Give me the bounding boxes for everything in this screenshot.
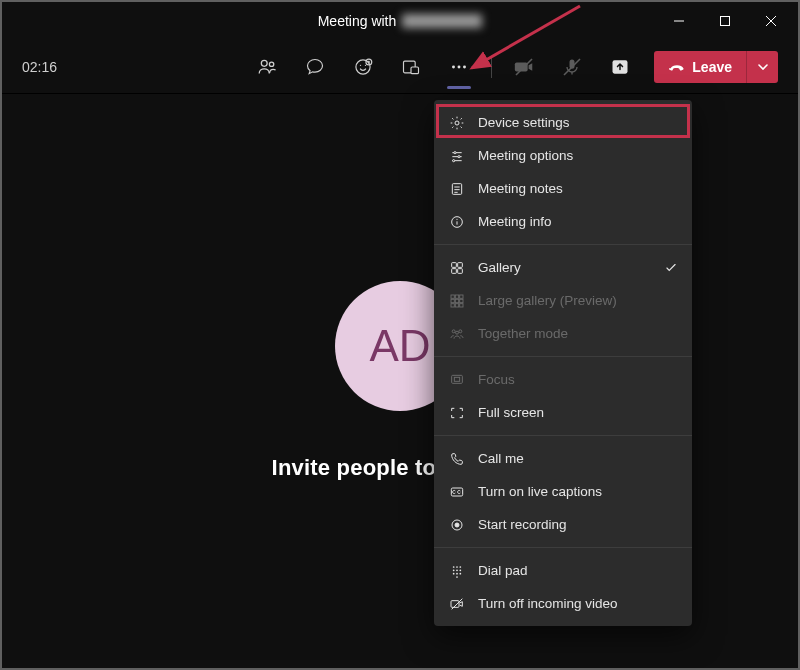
- menu-call-me[interactable]: Call me: [434, 442, 692, 475]
- svg-rect-34: [452, 262, 457, 267]
- svg-point-48: [459, 329, 462, 332]
- svg-point-47: [452, 329, 455, 332]
- menu-item-label: Call me: [478, 451, 524, 466]
- menu-item-label: Turn on live captions: [478, 484, 602, 499]
- share-button[interactable]: [600, 47, 640, 87]
- svg-point-60: [459, 569, 461, 571]
- chat-button[interactable]: [295, 47, 335, 87]
- menu-meeting-info[interactable]: Meeting info: [434, 205, 692, 238]
- menu-separator: [434, 547, 692, 548]
- sliders-icon: [448, 148, 466, 164]
- menu-meeting-options[interactable]: Meeting options: [434, 139, 692, 172]
- menu-item-label: Turn off incoming video: [478, 596, 618, 611]
- together-icon: [448, 326, 466, 342]
- notes-icon: [448, 181, 466, 197]
- svg-rect-50: [452, 375, 463, 383]
- avatar-initials: AD: [369, 321, 430, 371]
- svg-rect-43: [460, 299, 463, 302]
- svg-rect-45: [455, 303, 458, 306]
- people-button[interactable]: [247, 47, 287, 87]
- menu-item-label: Dial pad: [478, 563, 528, 578]
- svg-point-57: [459, 566, 461, 568]
- checkmark-icon: [664, 261, 678, 275]
- phone-icon: [448, 451, 466, 467]
- svg-point-62: [456, 572, 458, 574]
- close-button[interactable]: [748, 2, 794, 40]
- svg-line-18: [564, 59, 580, 75]
- menu-meeting-notes[interactable]: Meeting notes: [434, 172, 692, 205]
- svg-rect-37: [458, 268, 463, 273]
- menu-item-label: Gallery: [478, 260, 521, 275]
- svg-point-13: [458, 65, 461, 68]
- svg-rect-11: [411, 67, 419, 74]
- svg-point-56: [456, 566, 458, 568]
- video-off-icon: [448, 596, 466, 612]
- menu-device-settings[interactable]: Device settings: [434, 106, 692, 139]
- menu-item-label: Meeting options: [478, 148, 573, 163]
- svg-point-24: [458, 155, 460, 157]
- mic-button[interactable]: [552, 47, 592, 87]
- title-participant-redacted: [402, 14, 482, 28]
- svg-point-5: [270, 62, 274, 66]
- leave-dropdown-button[interactable]: [746, 51, 778, 83]
- menu-item-label: Focus: [478, 372, 515, 387]
- svg-rect-36: [452, 268, 457, 273]
- menu-gallery[interactable]: Gallery: [434, 251, 692, 284]
- svg-point-63: [459, 572, 461, 574]
- svg-point-49: [456, 331, 459, 334]
- svg-point-59: [456, 569, 458, 571]
- rooms-button[interactable]: [391, 47, 431, 87]
- maximize-button[interactable]: [702, 2, 748, 40]
- svg-rect-41: [451, 299, 454, 302]
- svg-line-15: [516, 59, 532, 75]
- menu-live-captions[interactable]: Turn on live captions: [434, 475, 692, 508]
- menu-focus: Focus: [434, 363, 692, 396]
- menu-separator: [434, 244, 692, 245]
- menu-together-mode: Together mode: [434, 317, 692, 350]
- menu-item-label: Together mode: [478, 326, 568, 341]
- title-prefix: Meeting with: [318, 13, 397, 29]
- svg-point-14: [463, 65, 466, 68]
- svg-rect-35: [458, 262, 463, 267]
- gallery-icon: [448, 260, 466, 276]
- more-actions-underline: [447, 86, 471, 89]
- leave-button-group: Leave: [654, 51, 778, 83]
- svg-point-54: [455, 523, 459, 527]
- svg-point-4: [262, 60, 268, 66]
- svg-point-26: [453, 159, 455, 161]
- svg-point-58: [453, 569, 455, 571]
- camera-button[interactable]: [504, 47, 544, 87]
- svg-rect-1: [721, 17, 730, 26]
- svg-rect-46: [460, 303, 463, 306]
- more-actions-menu: Device settings Meeting options Meeting …: [434, 100, 692, 626]
- leave-button[interactable]: Leave: [654, 51, 746, 83]
- menu-item-label: Large gallery (Preview): [478, 293, 617, 308]
- large-gallery-icon: [448, 293, 466, 309]
- dialpad-icon: [448, 563, 466, 579]
- app-window: Meeting with 02:16: [0, 0, 800, 670]
- svg-point-33: [456, 218, 457, 219]
- fullscreen-icon: [448, 405, 466, 421]
- svg-rect-44: [451, 303, 454, 306]
- svg-rect-38: [451, 295, 454, 298]
- focus-icon: [448, 372, 466, 388]
- more-actions-button[interactable]: [439, 47, 479, 87]
- record-icon: [448, 517, 466, 533]
- svg-point-55: [453, 566, 455, 568]
- svg-point-64: [456, 576, 458, 578]
- minimize-button[interactable]: [656, 2, 702, 40]
- menu-start-recording[interactable]: Start recording: [434, 508, 692, 541]
- svg-point-61: [453, 572, 455, 574]
- svg-point-12: [452, 65, 455, 68]
- reactions-button[interactable]: [343, 47, 383, 87]
- menu-dial-pad[interactable]: Dial pad: [434, 554, 692, 587]
- svg-point-20: [455, 121, 459, 125]
- menu-full-screen[interactable]: Full screen: [434, 396, 692, 429]
- menu-item-label: Meeting info: [478, 214, 552, 229]
- svg-rect-42: [455, 299, 458, 302]
- menu-turn-off-incoming-video[interactable]: Turn off incoming video: [434, 587, 692, 620]
- menu-item-label: Meeting notes: [478, 181, 563, 196]
- captions-icon: [448, 484, 466, 500]
- leave-label: Leave: [692, 59, 732, 75]
- svg-point-7: [360, 64, 361, 65]
